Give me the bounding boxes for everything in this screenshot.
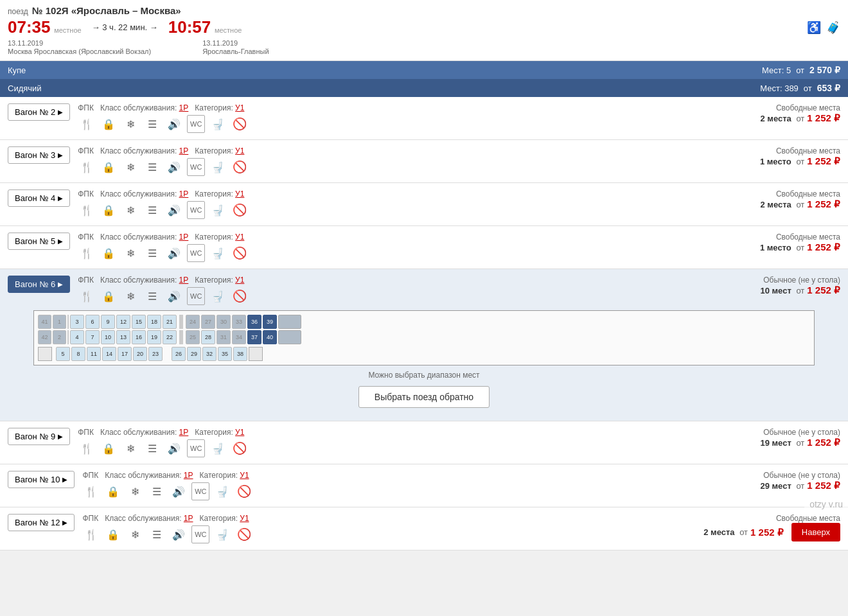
seat-31[interactable]: 31 xyxy=(216,330,231,344)
wagon-button-w4[interactable]: Вагон № 4 ▶ xyxy=(8,189,70,207)
wagon-row-w6: Вагон № 6 ▶ ФПК Класс обслуживания: 1Р К… xyxy=(0,269,848,421)
from-label: от xyxy=(794,438,805,448)
seat-23[interactable]: 23 xyxy=(148,347,163,361)
seat-3[interactable]: 3 xyxy=(70,315,84,329)
from-label: от xyxy=(738,527,748,537)
wagon-button-w2[interactable]: Вагон № 2 ▶ xyxy=(8,103,70,121)
seat-32[interactable]: 32 xyxy=(202,347,216,361)
seat-34[interactable]: 34 xyxy=(232,330,246,344)
audio-icon: 🔊 xyxy=(165,115,183,133)
watermark: otzy v.ru xyxy=(804,497,848,512)
wagon-right-w3: Свободные места 1 место от 1 252 ₽ xyxy=(712,146,840,167)
arr-station: Ярославль-Главный xyxy=(202,48,269,55)
wagon-class-line: ФПК Класс обслуживания: 1Р Категория: У1 xyxy=(78,146,704,155)
wagon-right-w6: Обычное (не у стола) 10 мест от 1 252 ₽ xyxy=(712,276,840,296)
wagon-price: 1 252 ₽ xyxy=(807,480,840,491)
seat-count: 1 место xyxy=(760,157,791,166)
kupek-price: 2 570 ₽ xyxy=(809,65,840,75)
seat-18[interactable]: 18 xyxy=(147,315,161,329)
seat-5[interactable]: 5 xyxy=(56,347,70,361)
seat-9[interactable]: 9 xyxy=(101,315,115,329)
wagon-button-w12[interactable]: Вагон № 12 ▶ xyxy=(8,514,75,531)
select-return-button[interactable]: Выбрать поезд обратно xyxy=(358,386,490,408)
snowflake-icon: ❄ xyxy=(121,244,139,262)
wagon-price: 1 252 ₽ xyxy=(807,112,840,124)
chevron-icon: ▶ xyxy=(58,195,63,202)
blanket-icon: ☰ xyxy=(143,439,161,457)
seat-29[interactable]: 29 xyxy=(187,347,201,361)
seat-36[interactable]: 36 xyxy=(247,315,261,329)
wagon-price: 1 252 ₽ xyxy=(807,198,840,210)
audio-icon: 🔊 xyxy=(170,525,188,543)
seat-30[interactable]: 30 xyxy=(216,315,231,329)
wagon-row-w2: Вагон № 2 ▶ ФПК Класс обслуживания: 1Р К… xyxy=(0,97,848,140)
wagon-row-w5: Вагон № 5 ▶ ФПК Класс обслуживания: 1Р К… xyxy=(0,226,848,269)
seat-15[interactable]: 15 xyxy=(132,315,146,329)
chevron-icon: ▶ xyxy=(58,238,63,245)
chevron-icon: ▶ xyxy=(58,433,63,440)
dining-icon: 🍴 xyxy=(78,158,96,176)
seat-12[interactable]: 12 xyxy=(116,315,130,329)
seat-16[interactable]: 16 xyxy=(132,330,146,344)
seat-7[interactable]: 7 xyxy=(85,330,100,344)
from-label: от xyxy=(794,286,805,295)
wagon-button-w6[interactable]: Вагон № 6 ▶ xyxy=(8,276,70,293)
snowflake-icon: ❄ xyxy=(121,439,139,457)
seat-27[interactable]: 27 xyxy=(201,315,215,329)
arr-date: 13.11.2019 xyxy=(202,39,269,47)
seat-1[interactable]: 1 xyxy=(53,315,66,329)
blanket-icon: ☰ xyxy=(143,201,161,219)
seat-40[interactable]: 40 xyxy=(263,330,277,344)
seat-6[interactable]: 6 xyxy=(85,315,100,329)
wagon-right-w2: Свободные места 2 места от 1 252 ₽ xyxy=(712,103,840,124)
seat-21[interactable]: 21 xyxy=(163,315,177,329)
snowflake-icon: ❄ xyxy=(121,158,139,176)
wagon-class-line: ФПК Класс обслуживания: 1Р Категория: У1 xyxy=(82,471,704,480)
wagon-details-w5: ФПК Класс обслуживания: 1Р Категория: У1… xyxy=(78,233,704,262)
seat-24[interactable]: 24 xyxy=(186,315,200,329)
wagon-button-w3[interactable]: Вагон № 3 ▶ xyxy=(8,146,70,164)
seat-count: 19 мест xyxy=(760,438,791,448)
seat-20[interactable]: 20 xyxy=(133,347,147,361)
seat-8[interactable]: 8 xyxy=(71,347,85,361)
no-smoke-icon: 🚫 xyxy=(231,244,249,262)
seat-count: 1 место xyxy=(760,243,791,252)
seat-4[interactable]: 4 xyxy=(70,330,84,344)
wc-icon: WC xyxy=(187,439,205,457)
seat-38[interactable]: 38 xyxy=(233,347,247,361)
no-smoke-icon: 🚫 xyxy=(235,525,253,543)
seat-28[interactable]: 28 xyxy=(201,330,215,344)
lock-icon: 🔒 xyxy=(100,115,118,133)
from-label: от xyxy=(794,157,805,166)
seat-41[interactable]: 41 xyxy=(38,315,51,329)
seat-22[interactable]: 22 xyxy=(163,330,177,344)
seat-26[interactable]: 26 xyxy=(172,347,186,361)
seat-19[interactable]: 19 xyxy=(147,330,161,344)
seat-33[interactable]: 33 xyxy=(232,315,246,329)
seat-14[interactable]: 14 xyxy=(102,347,116,361)
wagon-button-w9[interactable]: Вагон № 9 ▶ xyxy=(8,428,70,445)
seat-39[interactable]: 39 xyxy=(263,315,277,329)
seat-17[interactable]: 17 xyxy=(118,347,132,361)
dining-icon: 🍴 xyxy=(78,201,96,219)
wagon-class-line: ФПК Класс обслуживания: 1Р Категория: У1 xyxy=(82,514,696,523)
seat-13[interactable]: 13 xyxy=(116,330,130,344)
naverh-button[interactable]: Наверх xyxy=(791,523,840,541)
seat-25[interactable]: 25 xyxy=(186,330,200,344)
blanket-icon: ☰ xyxy=(148,525,166,543)
chevron-icon: ▶ xyxy=(58,281,63,288)
chevron-icon: ▶ xyxy=(58,109,63,116)
seat-42[interactable]: 42 xyxy=(38,330,51,344)
seat-10[interactable]: 10 xyxy=(101,330,115,344)
seat-35[interactable]: 35 xyxy=(218,347,232,361)
dep-station: Москва Ярославская (Ярославский Вокзал) xyxy=(8,48,151,55)
seat-count: 2 места xyxy=(703,527,734,537)
wagon-button-w5[interactable]: Вагон № 5 ▶ xyxy=(8,233,70,250)
bio-icon: 🚽 xyxy=(209,244,227,262)
seat-37[interactable]: 37 xyxy=(247,330,261,344)
seat-11[interactable]: 11 xyxy=(87,347,101,361)
wagon-price: 1 252 ₽ xyxy=(807,437,840,448)
seat-2[interactable]: 2 xyxy=(53,330,66,344)
dining-icon: 🍴 xyxy=(82,482,100,500)
wagon-button-w10[interactable]: Вагон № 10 ▶ xyxy=(8,471,75,488)
